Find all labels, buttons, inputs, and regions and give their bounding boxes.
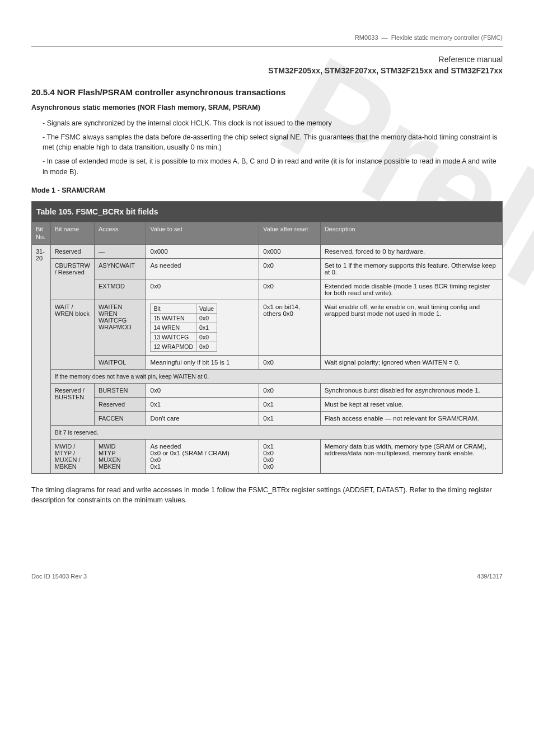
cell-value: As needed xyxy=(146,259,259,279)
mini-cell: 0x0 xyxy=(196,333,217,342)
table-row: Reserved / BURSTEN BURSTEN 0x0 0x0 Synch… xyxy=(32,384,503,398)
note-cell: If the memory does not have a wait pin, … xyxy=(50,370,502,384)
mini-row: 13 WAITCFG0x0 xyxy=(151,333,217,342)
cell-reset: 0x1 xyxy=(259,412,320,426)
mini-cell: 13 WAITCFG xyxy=(151,333,196,342)
table-header-row: Bit No. Bit name Access Value to set Val… xyxy=(32,222,503,245)
cell-reset: 0x000 xyxy=(259,245,320,259)
mini-h1: Value xyxy=(196,304,217,314)
note-row: If the memory does not have a wait pin, … xyxy=(32,370,503,384)
mini-cell: 14 WREN xyxy=(151,323,196,333)
group0-sub: Reserved xyxy=(50,245,94,259)
cell-feat: — xyxy=(94,245,146,259)
cell-value: 0x0 xyxy=(146,279,259,300)
intro-bullet: In case of extended mode is set, it is p… xyxy=(43,156,503,178)
intro-bullet: The FSMC always samples the data before … xyxy=(43,132,503,153)
page: RM0033 — Flexible static memory controll… xyxy=(0,0,534,602)
table-row: WAIT / WREN block WAITEN WREN WAITCFG WR… xyxy=(32,300,503,356)
cell-reset: 0x1 xyxy=(259,398,320,412)
cell-feat: EXTMOD xyxy=(94,279,146,300)
cell-desc: Flash access enable — not relevant for S… xyxy=(320,412,502,426)
mini-h0: Bit xyxy=(151,304,196,314)
bitfields-table: Table 105. FSMC_BCRx bit fields Bit No. … xyxy=(31,201,503,474)
table-title: Table 105. FSMC_BCRx bit fields xyxy=(32,201,503,222)
footer-right: 439/1317 xyxy=(477,573,503,580)
col-value: Value to set xyxy=(146,222,259,245)
cell-desc: Must be kept at reset value. xyxy=(320,398,502,412)
col-access: Access xyxy=(94,222,146,245)
mode-heading: Mode 1 - SRAM/CRAM xyxy=(31,185,503,195)
col-name: Bit name xyxy=(50,222,94,245)
intro-bullets: Signals are synchronized by the internal… xyxy=(43,118,503,178)
mini-table: Bit Value 15 WAITEN0x0 14 WREN0x1 13 WAI… xyxy=(150,304,217,352)
cell-feat: BURSTEN xyxy=(94,384,146,398)
cell-value-table: Bit Value 15 WAITEN0x0 14 WREN0x1 13 WAI… xyxy=(146,300,259,356)
cell-reset: 0x1 on bit14, others 0x0 xyxy=(259,300,320,356)
cell-reset: 0x0 xyxy=(259,259,320,279)
cell-desc: Set to 1 if the memory supports this fea… xyxy=(320,259,502,279)
cell-value: As needed 0x0 or 0x1 (SRAM / CRAM) 0x0 0… xyxy=(146,440,259,474)
table-title-row: Table 105. FSMC_BCRx bit fields xyxy=(32,201,503,222)
table-row: Reserved 0x1 0x1 Must be kept at reset v… xyxy=(32,398,503,412)
cell-value: 0x0 xyxy=(146,384,259,398)
table-row: MWID / MTYP / MUXEN / MBKEN MWID MTYP MU… xyxy=(32,440,503,474)
mini-header-row: Bit Value xyxy=(151,304,217,314)
cell-desc: Wait signal polarity; ignored when WAITE… xyxy=(320,356,502,370)
table-row: CBURSTRW / Reserved ASYNCWAIT As needed … xyxy=(32,259,503,279)
intro-heading: Asynchronous static memories (NOR Flash … xyxy=(31,102,503,113)
cell-desc: Wait enable off, write enable on, wait t… xyxy=(320,300,502,356)
mini-cell: 0x1 xyxy=(196,323,217,333)
table-row: FACCEN Don't care 0x1 Flash access enabl… xyxy=(32,412,503,426)
cell-feat: WAITPOL xyxy=(94,356,146,370)
mini-cell: 15 WAITEN xyxy=(151,314,196,323)
col-bitno: Bit No. xyxy=(32,222,51,245)
cell-feat: WAITEN WREN WAITCFG WRAPMOD xyxy=(94,300,146,356)
mini-cell: 0x0 xyxy=(196,342,217,352)
doc-section: Flexible static memory controller (FSMC) xyxy=(391,34,503,41)
after-paragraph: The timing diagrams for read and write a… xyxy=(31,485,503,505)
cell-reset: 0x0 xyxy=(259,279,320,300)
note-row: Bit 7 is reserved. xyxy=(32,426,503,440)
product-line: STM32F205xx, STM32F207xx, STM32F215xx an… xyxy=(31,66,503,75)
cell-feat: FACCEN xyxy=(94,412,146,426)
col-reset: Value after reset xyxy=(259,222,320,245)
table-row: 31-20 Reserved — 0x000 0x000 Reserved, f… xyxy=(32,245,503,259)
col-desc: Description xyxy=(320,222,502,245)
cell-desc: Extended mode disable (mode 1 uses BCR t… xyxy=(320,279,502,300)
table-row: WAITPOL Meaningful only if bit 15 is 1 0… xyxy=(32,356,503,370)
group2-sub: WAIT / WREN block xyxy=(50,300,94,370)
footer-left: Doc ID 15403 Rev 3 xyxy=(31,573,87,580)
section-number: 20.5.4 NOR Flash/PSRAM controller asynch… xyxy=(31,87,503,97)
mini-cell: 12 WRAPMOD xyxy=(151,342,196,352)
cell-feat: Reserved xyxy=(94,398,146,412)
reference-line: Reference manual xyxy=(31,55,503,64)
mini-row: 14 WREN0x1 xyxy=(151,323,217,333)
table-row: EXTMOD 0x0 0x0 Extended mode disable (mo… xyxy=(32,279,503,300)
cell-value: 0x000 xyxy=(146,245,259,259)
doc-header: RM0033 — Flexible static memory controll… xyxy=(31,34,503,42)
mini-cell: 0x0 xyxy=(196,314,217,323)
header-separator xyxy=(31,46,503,47)
cell-value: 0x1 xyxy=(146,398,259,412)
cell-feat: MWID MTYP MUXEN MBKEN xyxy=(94,440,146,474)
cell-desc: Synchronous burst disabled for asynchron… xyxy=(320,384,502,398)
cell-desc: Memory data bus width, memory type (SRAM… xyxy=(320,440,502,474)
page-footer: Doc ID 15403 Rev 3 439/1317 xyxy=(31,573,503,580)
group1-sub: CBURSTRW / Reserved xyxy=(50,259,94,300)
cell-value: Don't care xyxy=(146,412,259,426)
intro-bullet: Signals are synchronized by the internal… xyxy=(43,118,503,129)
group0-bits: 31-20 xyxy=(32,245,51,474)
cell-value: Meaningful only if bit 15 is 1 xyxy=(146,356,259,370)
group4-sub: MWID / MTYP / MUXEN / MBKEN xyxy=(50,440,94,474)
cell-reset: 0x0 xyxy=(259,384,320,398)
mini-row: 12 WRAPMOD0x0 xyxy=(151,342,217,352)
cell-reset: 0x0 xyxy=(259,356,320,370)
group3-sub: Reserved / BURSTEN xyxy=(50,384,94,426)
cell-desc: Reserved, forced to 0 by hardware. xyxy=(320,245,502,259)
mini-row: 15 WAITEN0x0 xyxy=(151,314,217,323)
doc-ref: RM0033 xyxy=(355,34,378,41)
cell-reset: 0x1 0x0 0x0 0x0 xyxy=(259,440,320,474)
cell-feat: ASYNCWAIT xyxy=(94,259,146,279)
note-cell: Bit 7 is reserved. xyxy=(50,426,502,440)
